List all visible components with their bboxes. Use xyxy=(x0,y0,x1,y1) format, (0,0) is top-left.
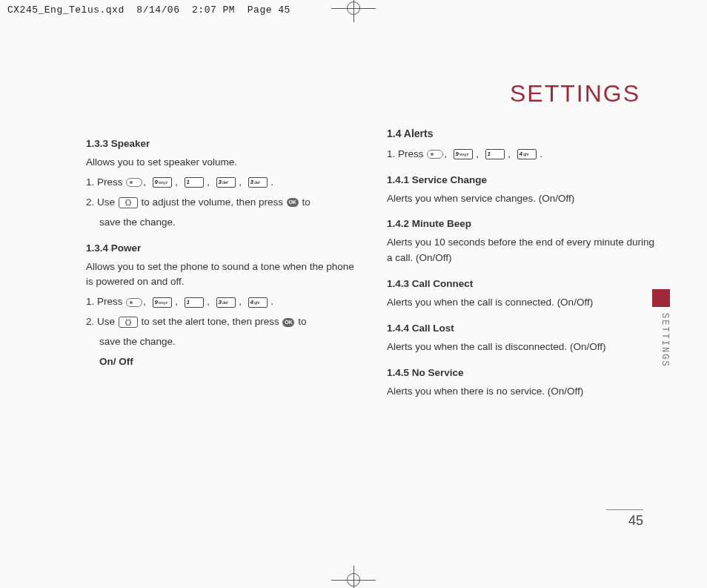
left-column: 1.3.3 Speaker Allows you to set speaker … xyxy=(86,126,357,404)
body-1-4-3: Alerts you when the call is connected. (… xyxy=(387,295,658,311)
heading-1-4-1: 1.4.1 Service Change xyxy=(387,173,658,188)
ok-button-icon: OK xyxy=(287,198,299,207)
onoff-1-3-4: On/ Off xyxy=(86,354,357,370)
body-1-4-1: Alerts you when service changes. (On/Off… xyxy=(387,191,658,207)
heading-1-4-2: 1.4.2 Minute Beep xyxy=(387,217,658,232)
step-1-3-4-2: 2. Use to set the alert tone, then press… xyxy=(86,314,357,330)
body-1-4-4: Alerts you when the call is disconnected… xyxy=(387,340,658,355)
side-tab-marker xyxy=(652,289,670,307)
step-1-3-4-1: 1. Press , 9wxyz , 1 , 3def , 4ghi . xyxy=(86,294,357,310)
key-4-icon: 4ghi xyxy=(517,149,537,159)
nav-key-icon xyxy=(119,197,138,208)
key-3-icon: 3def xyxy=(216,297,236,308)
heading-1-4-3: 1.4.3 Call Connect xyxy=(387,277,658,292)
key-9-icon: 9wxyz xyxy=(454,149,473,159)
page-body: SETTINGS 1.3.3 Speaker Allows you to set… xyxy=(22,0,685,588)
ok-button-icon: OK xyxy=(282,318,294,327)
section-title: SETTINGS xyxy=(510,80,640,108)
key-1-icon: 1 xyxy=(185,177,204,188)
key-9-icon: 9wxyz xyxy=(153,297,172,308)
content-columns: 1.3.3 Speaker Allows you to set speaker … xyxy=(86,126,658,404)
key-3-icon: 3def xyxy=(248,177,268,188)
heading-1-4-4: 1.4.4 Call Lost xyxy=(387,321,658,337)
key-1-icon: 1 xyxy=(185,297,204,308)
softkey-icon xyxy=(126,178,142,187)
right-column: 1.4 Alerts 1. Press , 9wxyz , 1 , 4ghi .… xyxy=(387,126,658,404)
step-1-4-1: 1. Press , 9wxyz , 1 , 4ghi . xyxy=(387,147,658,162)
intro-1-3-4: Allows you to set the phone to sound a t… xyxy=(86,260,357,291)
body-1-4-5: Alerts you when there is no service. (On… xyxy=(387,384,658,400)
step-1-3-3-2b: save the change. xyxy=(86,215,357,231)
key-1-icon: 1 xyxy=(485,149,505,159)
heading-1-3-4: 1.3.4 Power xyxy=(86,241,357,257)
nav-key-icon xyxy=(119,317,138,328)
step-1-3-3-2: 2. Use to adjust the volume, then press … xyxy=(86,195,357,211)
side-tab: SETTINGS xyxy=(652,289,670,371)
step-1-3-4-2b: save the change. xyxy=(86,334,357,350)
softkey-icon xyxy=(427,150,443,159)
key-4-icon: 4ghi xyxy=(248,297,268,308)
body-1-4-2: Alerts you 10 seconds before the end of … xyxy=(387,235,658,266)
page-number: 45 xyxy=(606,509,643,529)
key-3-icon: 3def xyxy=(216,177,236,188)
side-tab-label: SETTINGS xyxy=(652,313,670,368)
softkey-icon xyxy=(126,298,142,307)
heading-1-4-5: 1.4.5 No Service xyxy=(387,366,658,381)
heading-1-4: 1.4 Alerts xyxy=(387,126,658,142)
key-9-icon: 9wxyz xyxy=(153,177,172,188)
step-1-3-3-1: 1. Press , 9wxyz , 1 , 3def , 3def . xyxy=(86,175,357,191)
heading-1-3-3: 1.3.3 Speaker xyxy=(86,136,357,152)
intro-1-3-3: Allows you to set speaker volume. xyxy=(86,155,357,171)
